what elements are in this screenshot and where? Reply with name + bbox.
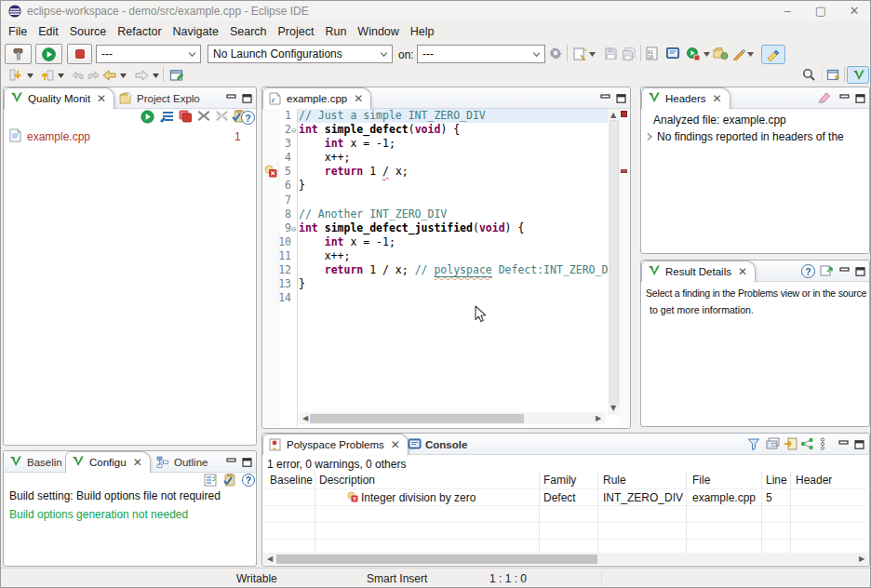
last-edit-icon[interactable] <box>169 68 184 83</box>
code-editor[interactable]: 1// Just a simple INT_ZERO_DIV2⊖int simp… <box>263 109 629 427</box>
tab-outline[interactable]: Outline <box>151 451 215 473</box>
close-icon[interactable]: ✕ <box>712 92 721 105</box>
binary-file-icon[interactable]: 0110 <box>645 47 660 61</box>
export-results-icon[interactable] <box>40 68 55 83</box>
import-results-icon[interactable] <box>8 68 23 83</box>
close-icon[interactable]: ✕ <box>354 92 363 105</box>
menu-refactor[interactable]: Refactor <box>117 23 169 40</box>
menu-window[interactable]: Window <box>357 23 407 40</box>
redo-icon[interactable] <box>87 68 101 83</box>
save-all-icon[interactable] <box>622 47 636 61</box>
run-analysis-icon[interactable] <box>686 47 701 61</box>
group-icon[interactable] <box>766 437 781 452</box>
col-family[interactable]: Family <box>543 474 576 487</box>
help-icon[interactable]: ? <box>241 111 255 125</box>
close-button[interactable]: ✕ <box>840 1 868 20</box>
run-verification-icon[interactable] <box>141 110 155 125</box>
maximize-view-icon[interactable] <box>854 439 865 448</box>
launch-config-combo[interactable]: No Launch Configurations <box>208 45 393 63</box>
code-line-9[interactable]: 9⊖int simple_defect_justified(void) { <box>263 221 608 235</box>
col-baseline[interactable]: Baseline <box>270 474 313 487</box>
tab-polyspace-problems[interactable]: Polyspace Problems ✕ <box>262 434 409 455</box>
help-icon[interactable]: ? <box>801 264 815 278</box>
stop-button[interactable] <box>67 44 92 64</box>
editor-hscrollbar[interactable]: ◀ ▶ <box>299 412 605 424</box>
maximize-button[interactable]: ▢ <box>807 1 835 20</box>
code-line-12[interactable]: 12 return 1 / x; // polyspace Defect:INT… <box>263 263 608 277</box>
tab-headers[interactable]: Headers ✕ <box>641 87 730 109</box>
remove-icon[interactable] <box>197 110 212 125</box>
minimize-view-icon[interactable] <box>226 457 237 466</box>
view-menu-icon[interactable] <box>819 437 834 452</box>
open-external-icon[interactable] <box>820 264 835 279</box>
minimize-view-icon[interactable] <box>600 93 611 102</box>
tab-project-explorer[interactable]: Project Explo <box>114 87 208 109</box>
tab-console[interactable]: Console <box>402 434 475 455</box>
code-line-7[interactable]: 7 <box>263 194 608 207</box>
open-perspective-icon[interactable] <box>826 68 841 83</box>
col-line[interactable]: Line <box>766 474 787 487</box>
console-view-icon[interactable] <box>665 47 680 61</box>
tab-quality-monitoring[interactable]: Quality Monit ✕ <box>4 87 114 109</box>
maximize-view-icon[interactable] <box>242 457 253 466</box>
run-button[interactable] <box>35 44 62 64</box>
menu-navigate[interactable]: Navigate <box>173 23 227 40</box>
editor-vscrollbar[interactable]: ▲ ▼ <box>608 109 620 415</box>
col-description[interactable]: Description <box>319 474 375 487</box>
search-icon[interactable] <box>802 68 817 83</box>
code-line-10[interactable]: 10 int x = -1; <box>263 235 608 249</box>
maximize-view-icon[interactable] <box>855 266 866 275</box>
highlight-findings-button[interactable] <box>761 45 785 64</box>
code-line-6[interactable]: 6} <box>263 179 608 193</box>
target-combo[interactable]: --- <box>417 45 545 63</box>
headers-finding-row[interactable]: No findings reported in headers of the <box>643 130 844 143</box>
undo-icon[interactable] <box>70 68 85 83</box>
clear-icon[interactable] <box>818 91 833 106</box>
polyspace-perspective-button[interactable] <box>847 66 869 84</box>
code-line-11[interactable]: 11 x++; <box>263 249 608 263</box>
code-line-5[interactable]: 5 return 1 / x; <box>263 165 608 179</box>
build-button[interactable] <box>5 44 32 64</box>
share-icon[interactable] <box>800 437 815 452</box>
justify-icon[interactable] <box>159 110 174 125</box>
code-line-3[interactable]: 3 int x = -1; <box>263 137 608 151</box>
forward-icon[interactable] <box>134 68 149 83</box>
code-line-13[interactable]: 13} <box>263 277 608 291</box>
menu-edit[interactable]: Edit <box>38 23 67 40</box>
minimize-view-icon[interactable] <box>838 439 850 448</box>
maximize-view-icon[interactable] <box>242 93 253 102</box>
annotate-icon[interactable] <box>732 47 747 61</box>
stop-all-icon[interactable] <box>179 110 194 125</box>
menu-help[interactable]: Help <box>410 23 443 40</box>
close-icon[interactable]: ✕ <box>97 92 106 105</box>
menu-file[interactable]: File <box>8 23 35 40</box>
col-file[interactable]: File <box>692 474 710 487</box>
tab-example-cpp[interactable]: c example.cpp ✕ <box>262 87 371 109</box>
menu-run[interactable]: Run <box>325 23 355 40</box>
menu-project[interactable]: Project <box>278 23 323 40</box>
code-line-8[interactable]: 8// Another INT_ZERO_DIV <box>263 207 608 221</box>
tab-result-details[interactable]: Result Details ✕ <box>641 261 756 282</box>
minimize-view-icon[interactable] <box>226 93 237 102</box>
minimize-button[interactable]: – <box>773 1 801 20</box>
problems-table[interactable]: Baseline Description Family Rule File Li… <box>263 472 868 555</box>
quality-file-row[interactable]: example.cpp <box>9 128 90 144</box>
close-icon[interactable]: ✕ <box>133 456 142 469</box>
open-results-icon[interactable] <box>713 47 728 61</box>
minimize-view-icon[interactable] <box>839 93 851 102</box>
help-icon[interactable]: ? <box>242 474 255 487</box>
maximize-view-icon[interactable] <box>616 93 627 102</box>
tab-baseline[interactable]: Baselin <box>4 451 70 473</box>
overview-ruler[interactable] <box>620 109 629 427</box>
menu-search[interactable]: Search <box>230 23 275 40</box>
import-icon[interactable] <box>784 437 798 452</box>
gear-icon[interactable] <box>549 47 564 61</box>
menu-source[interactable]: Source <box>70 23 115 40</box>
close-icon[interactable]: ✕ <box>391 438 400 451</box>
new-wizard-icon[interactable] <box>572 47 587 61</box>
code-line-2[interactable]: 2⊖int simple_defect(void) { <box>263 123 608 137</box>
tab-configuration[interactable]: Configu ✕ <box>65 451 151 473</box>
edit-config-icon[interactable] <box>223 474 238 488</box>
save-icon[interactable] <box>604 47 619 61</box>
minimize-view-icon[interactable] <box>839 266 851 275</box>
